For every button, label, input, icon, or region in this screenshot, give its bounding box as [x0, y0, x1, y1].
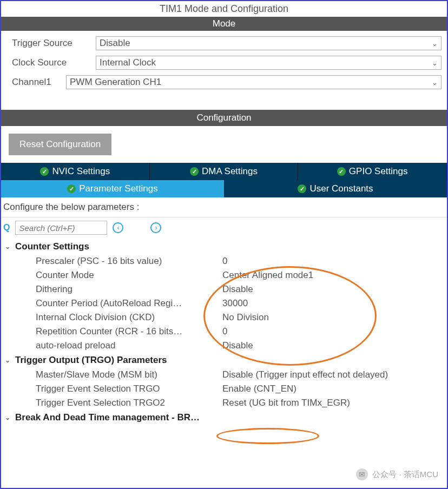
- param-counter-mode[interactable]: Counter Mode Center Aligned mode1: [3, 268, 445, 282]
- param-value: Reset (UG bit from TIMx_EGR): [222, 398, 445, 408]
- group-trgo-title: Trigger Output (TRGO) Parameters: [15, 355, 167, 366]
- group-counter-settings[interactable]: ⌄ Counter Settings: [3, 239, 445, 254]
- param-label: Dithering: [36, 284, 222, 295]
- annotation-ellipse: [216, 428, 319, 444]
- param-trgo2[interactable]: Trigger Event Selection TRGO2 Reset (UG …: [3, 396, 445, 410]
- param-label: Repetition Counter (RCR - 16 bits…: [36, 326, 222, 337]
- check-icon: ✓: [337, 167, 346, 176]
- group-counter-title: Counter Settings: [15, 241, 89, 252]
- chevron-down-icon: ⌄: [3, 243, 12, 250]
- param-label: Internal Clock Division (CKD): [36, 312, 222, 323]
- clock-source-label: Clock Source: [12, 57, 96, 68]
- param-label: Trigger Event Selection TRGO: [36, 384, 222, 394]
- param-label: Counter Period (AutoReload Regi…: [36, 298, 222, 309]
- tab-user-constants-label: User Constants: [309, 183, 373, 194]
- param-label: Master/Slave Mode (MSM bit): [36, 369, 222, 380]
- trigger-source-dropdown[interactable]: Disable ⌄: [96, 36, 442, 50]
- check-icon: ✓: [298, 184, 306, 193]
- param-value: Disable: [222, 340, 445, 351]
- param-value: Center Aligned mode1: [222, 270, 445, 281]
- reset-configuration-button[interactable]: Reset Configuration: [9, 134, 111, 155]
- check-icon: ✓: [67, 184, 76, 193]
- tabs-row-1: ✓ NVIC Settings ✓ DMA Settings ✓ GPIO Se…: [1, 163, 447, 180]
- channel1-dropdown[interactable]: PWM Generation CH1 ⌄: [66, 75, 442, 89]
- group-break-dead-time[interactable]: ⌄ Break And Dead Time management - BR…: [3, 410, 445, 425]
- group-trgo[interactable]: ⌄ Trigger Output (TRGO) Parameters: [3, 353, 445, 368]
- param-dithering[interactable]: Dithering Disable: [3, 282, 445, 296]
- clock-source-value: Internal Clock: [100, 57, 156, 68]
- channel1-label: Channel1: [12, 77, 66, 88]
- prev-button[interactable]: ‹: [113, 222, 123, 233]
- param-auto-reload-preload[interactable]: auto-reload preload Disable: [3, 339, 445, 353]
- param-value: 30000: [222, 298, 445, 309]
- chevron-down-icon: ⌄: [432, 59, 438, 67]
- window-title: TIM1 Mode and Configuration: [1, 1, 447, 17]
- tab-dma-label: DMA Settings: [202, 166, 258, 177]
- param-value: No Division: [222, 312, 445, 323]
- configuration-section-header: Configuration: [1, 110, 447, 126]
- trigger-source-label: Trigger Source: [12, 38, 96, 49]
- param-msm[interactable]: Master/Slave Mode (MSM bit) Disable (Tri…: [3, 368, 445, 382]
- search-input[interactable]: [15, 221, 107, 235]
- clock-source-dropdown[interactable]: Internal Clock ⌄: [96, 56, 442, 70]
- channel-cutoff-row: [12, 95, 442, 104]
- param-label: Trigger Event Selection TRGO2: [36, 398, 222, 408]
- search-icon: Q: [3, 223, 10, 233]
- tab-user-constants[interactable]: ✓ User Constants: [224, 180, 447, 197]
- chevron-down-icon: ⌄: [432, 78, 438, 87]
- group-break-title: Break And Dead Time management - BR…: [15, 412, 200, 423]
- param-label: auto-reload preload: [36, 340, 222, 351]
- chevron-down-icon: ⌄: [432, 39, 438, 48]
- watermark: ✉ 公众号 · 茶话MCU: [356, 468, 438, 480]
- tab-dma-settings[interactable]: ✓ DMA Settings: [150, 163, 299, 180]
- next-button[interactable]: ›: [150, 222, 161, 233]
- param-rcr[interactable]: Repetition Counter (RCR - 16 bits… 0: [3, 325, 445, 339]
- tab-nvic-settings[interactable]: ✓ NVIC Settings: [1, 163, 150, 180]
- channel1-value: PWM Generation CH1: [70, 77, 161, 88]
- param-prescaler[interactable]: Prescaler (PSC - 16 bits value) 0: [3, 254, 445, 268]
- tab-gpio-settings[interactable]: ✓ GPIO Settings: [298, 163, 447, 180]
- param-label: Prescaler (PSC - 16 bits value): [36, 256, 222, 267]
- trigger-source-value: Disable: [100, 38, 130, 49]
- chevron-down-icon: ⌄: [3, 356, 12, 364]
- param-value: 0: [222, 326, 445, 337]
- param-counter-period[interactable]: Counter Period (AutoReload Regi… 30000: [3, 296, 445, 310]
- configure-hint: Configure the below parameters :: [1, 197, 447, 217]
- param-value: Disable (Trigger input effect not delaye…: [222, 369, 445, 380]
- param-label: Counter Mode: [36, 270, 222, 281]
- tab-nvic-label: NVIC Settings: [52, 166, 110, 177]
- param-value: 0: [222, 256, 445, 267]
- tabs-row-2: ✓ Parameter Settings ✓ User Constants: [1, 180, 447, 197]
- param-trgo[interactable]: Trigger Event Selection TRGO Enable (CNT…: [3, 382, 445, 396]
- chevron-down-icon: ⌄: [3, 414, 12, 421]
- check-icon: ✓: [190, 167, 199, 176]
- parameter-tree: ⌄ Counter Settings Prescaler (PSC - 16 b…: [1, 238, 447, 426]
- tab-parameter-settings[interactable]: ✓ Parameter Settings: [1, 180, 224, 197]
- mode-section-header: Mode: [1, 17, 447, 31]
- param-value: Disable: [222, 284, 445, 295]
- tab-parameter-label: Parameter Settings: [79, 183, 158, 194]
- param-ckd[interactable]: Internal Clock Division (CKD) No Divisio…: [3, 310, 445, 325]
- watermark-text: 公众号 · 茶话MCU: [372, 470, 438, 480]
- mode-panel: Trigger Source Disable ⌄ Clock Source In…: [1, 31, 447, 104]
- wechat-icon: ✉: [356, 468, 368, 480]
- tab-gpio-label: GPIO Settings: [349, 166, 408, 177]
- param-value: Enable (CNT_EN): [222, 384, 445, 394]
- check-icon: ✓: [40, 167, 49, 176]
